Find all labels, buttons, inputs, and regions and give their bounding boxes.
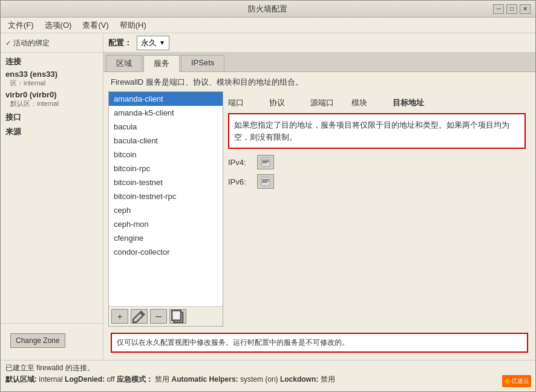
service-item-bitcoin-testnet[interactable]: bitcoin-testnet [109,175,223,189]
active-binding-label: 活动的绑定 [13,38,50,48]
virbr0-zone: 默认区：internal [5,99,98,108]
copy-icon [170,309,186,324]
col-src-port: 源端口 [310,97,347,108]
service-item-ceph[interactable]: ceph [109,203,223,217]
svg-rect-7 [262,180,269,181]
config-label: 配置： [108,38,132,48]
service-item-amanda-k5-client[interactable]: amanda-k5-client [109,106,223,120]
config-dropdown[interactable]: 永久 ▼ [137,36,169,50]
dropdown-arrow-icon: ▼ [159,39,165,46]
log-denied-value: off [106,375,114,384]
status-bar: 已建立至 firewalld 的连接。 默认区域: internal LogDe… [1,360,535,391]
remove-service-button[interactable]: ─ [150,309,167,324]
description-text: FirewallD 服务是端口、协议、模块和目的地址的组合。 [108,77,531,88]
svg-rect-4 [262,160,269,160]
bottom-notice-box: 仅可以在永久配置视图中修改服务。运行时配置中的服务是不可修改的。 [111,333,528,353]
service-list: amanda-client amanda-k5-client bacula ba… [109,92,223,306]
lockdown-value: 禁用 [321,375,335,384]
edit-service-button[interactable] [131,309,148,324]
svg-rect-9 [262,182,267,183]
sources-label: 来源 [1,124,103,139]
menu-file[interactable]: 文件(F) [3,19,39,32]
ipv6-label: IPv6: [228,177,252,186]
lockdown-prefix: Lockdown: [280,375,318,384]
service-item-bacula-client[interactable]: bacula-client [109,134,223,148]
add-service-button[interactable]: + [111,309,128,324]
default-zone-prefix: 默认区域: [5,375,37,384]
destination-notice-box: 如果您指定了目的地址，服务项目将仅限于目的地址和类型。如果两个项目均为空，则没有… [228,113,526,149]
minimize-button[interactable]: ─ [493,4,504,14]
menu-help[interactable]: 帮助(H) [115,19,151,32]
auto-helpers-prefix: Automatic Helpers: [172,375,238,384]
svg-rect-3 [262,161,269,162]
maximize-button[interactable]: □ [506,4,517,14]
change-zone-area: Change Zone [1,323,103,358]
close-button[interactable]: ✕ [520,4,531,14]
columns-header: 端口 协议 源端口 模块 目标地址 [228,96,526,109]
config-bar: 配置： 永久 ▼ [103,33,535,53]
service-item-cfengine[interactable]: cfengine [109,231,223,245]
service-item-bacula[interactable]: bacula [109,120,223,134]
window-title: 防火墙配置 [42,4,493,15]
ipv4-label: IPv4: [228,158,252,167]
ipv6-edit-icon [261,177,270,186]
svg-rect-8 [262,179,269,180]
svg-rect-5 [262,163,267,163]
svg-rect-1 [172,310,181,320]
tab-zones[interactable]: 区域 [106,55,142,71]
emergency-value: 禁用 [155,375,169,384]
auto-helpers-value: system (on) [240,375,278,384]
content-area: FirewallD 服务是端口、协议、模块和目的地址的组合。 amanda-cl… [103,72,535,360]
services-layout: amanda-client amanda-k5-client bacula ba… [108,91,531,327]
service-item-condor-collector[interactable]: condor-collector [109,245,223,259]
service-item-ceph-mon[interactable]: ceph-mon [109,217,223,231]
service-item-bitcoin-rpc[interactable]: bitcoin-rpc [109,162,223,175]
detail-panel: 端口 协议 源端口 模块 目标地址 如果您指定了目的地址，服务项目将仅限于目的地… [223,91,531,327]
tabs-container: 区域 服务 IPSets [103,53,535,72]
bottom-notice-text: 仅可以在永久配置视图中修改服务。运行时配置中的服务是不可修改的。 [117,338,349,347]
connection-status-line: 已建立至 firewalld 的连接。 [5,363,531,373]
notice-text: 如果您指定了目的地址，服务项目将仅限于目的地址和类型。如果两个项目均为空，则没有… [234,120,509,142]
check-icon: ✓ [5,39,11,47]
watermark-logo: 🔶 亿速云 [502,375,531,387]
ip-section: IPv4: [228,155,526,189]
service-item-amanda-client[interactable]: amanda-client [109,92,223,106]
col-module: 模块 [351,97,388,108]
sidebar-spacer [1,139,103,323]
config-value: 永久 [141,38,157,48]
watermark-text: 亿速云 [511,377,529,385]
ens33-name: ens33 (ens33) [5,70,98,79]
copy-service-button[interactable] [169,309,186,324]
active-binding-section: ✓ 活动的绑定 [1,36,103,51]
sidebar-item-virbr0[interactable]: virbr0 (virbr0) 默认区：internal [1,89,103,109]
col-port: 端口 [228,97,264,108]
log-denied-prefix: LogDenied: [65,375,105,384]
service-list-container: amanda-client amanda-k5-client bacula ba… [108,91,223,327]
title-bar: 防火墙配置 ─ □ ✕ [1,1,535,18]
tab-services[interactable]: 服务 [143,55,180,72]
right-panel: 配置： 永久 ▼ 区域 服务 IPSets FirewallD 服务是端口、协议… [103,33,535,360]
details-status-line: 默认区域: internal LogDenied: off 应急模式： 禁用 A… [5,374,531,385]
change-zone-button[interactable]: Change Zone [10,333,65,348]
window-controls: ─ □ ✕ [493,4,531,14]
ens33-zone: 区：internal [5,79,98,88]
service-item-bitcoin-testnet-rpc[interactable]: bitcoin-testnet-rpc [109,189,223,203]
service-item-bitcoin[interactable]: bitcoin [109,148,223,162]
menu-options[interactable]: 选项(O) [40,19,77,32]
service-list-toolbar: + ─ [109,306,223,326]
tab-ipsets[interactable]: IPSets [181,55,224,71]
main-window: 防火墙配置 ─ □ ✕ 文件(F) 选项(O) 查看(V) 帮助(H) ✓ 活动… [0,0,536,392]
ipv4-row: IPv4: [228,155,526,169]
sidebar-item-ens33[interactable]: ens33 (ens33) 区：internal [1,68,103,89]
ipv6-row: IPv6: [228,174,526,189]
col-dest-addr: 目标地址 [393,97,526,108]
menu-view[interactable]: 查看(V) [77,19,113,32]
sidebar-divider-1 [1,52,103,53]
ipv4-edit-icon [261,157,270,167]
ipv4-edit-button[interactable] [257,155,274,169]
main-content: ✓ 活动的绑定 连接 ens33 (ens33) 区：internal virb… [1,33,535,360]
ipv6-edit-button[interactable] [257,174,274,189]
menu-bar: 文件(F) 选项(O) 查看(V) 帮助(H) [1,18,535,33]
emergency-prefix: 应急模式： [117,375,153,384]
sidebar: ✓ 活动的绑定 连接 ens33 (ens33) 区：internal virb… [1,33,103,360]
